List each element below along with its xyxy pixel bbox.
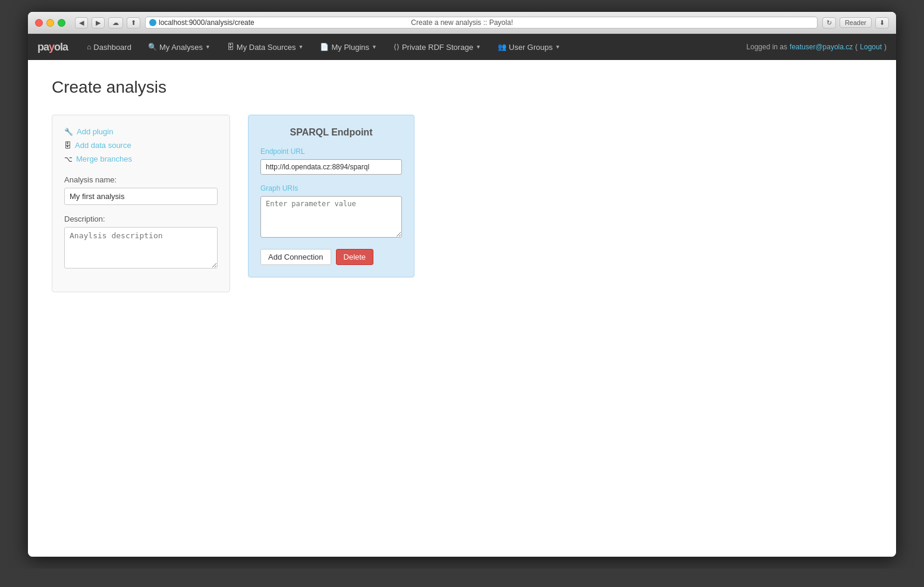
description-label: Description: <box>64 214 218 223</box>
navbar-items: ⌂ Dashboard 🔍 My Analyses ▼ 🗄 My Data So… <box>80 37 746 58</box>
refresh-button[interactable]: ↻ <box>822 17 836 29</box>
graph-uris-textarea[interactable] <box>260 196 402 238</box>
plugins-icon: 📄 <box>320 43 329 51</box>
description-group: Description: <box>64 214 218 270</box>
user-email-link[interactable]: featuser@payola.cz <box>790 43 853 51</box>
browser-nav: ◀ ▶ ☁ ⬆ <box>75 17 140 29</box>
endpoint-url-input[interactable] <box>260 159 402 175</box>
logout-link[interactable]: Logout <box>860 43 882 51</box>
user-paren-close: ) <box>884 43 887 51</box>
maximize-button[interactable] <box>58 19 65 27</box>
data-sources-icon: 🗄 <box>227 43 234 51</box>
description-textarea[interactable] <box>64 227 218 269</box>
add-data-source-link[interactable]: Add data source <box>75 141 131 150</box>
user-paren-open: ( <box>855 43 857 51</box>
nav-rdf-label: Private RDF Storage <box>402 43 473 52</box>
datasource-icon: 🗄 <box>64 141 71 150</box>
delete-button[interactable]: Delete <box>336 249 374 265</box>
browser-window: ◀ ▶ ☁ ⬆ Create a new analysis :: Payola!… <box>28 12 896 557</box>
user-groups-icon: 👥 <box>498 43 507 51</box>
user-groups-caret: ▼ <box>555 44 561 50</box>
search-icon: 🔍 <box>148 43 157 51</box>
add-plugin-link[interactable]: Add plugin <box>77 127 113 136</box>
home-icon: ⌂ <box>87 43 91 51</box>
analysis-name-group: Analysis name: <box>64 175 218 205</box>
endpoint-url-label: Endpoint URL <box>260 147 402 156</box>
list-item-add-plugin: 🔧 Add plugin <box>64 127 218 136</box>
list-item-add-data-source: 🗄 Add data source <box>64 141 218 150</box>
action-list: 🔧 Add plugin 🗄 Add data source ⌥ Merge b… <box>64 127 218 163</box>
list-item-merge-branches: ⌥ Merge branches <box>64 154 218 163</box>
nav-my-plugins[interactable]: 📄 My Plugins ▼ <box>313 37 384 58</box>
nav-data-sources-label: My Data Sources <box>237 43 296 52</box>
share-button[interactable]: ⬆ <box>127 17 140 29</box>
data-sources-caret: ▼ <box>298 44 304 50</box>
navbar-user: Logged in as featuser@payola.cz (Logout) <box>746 43 887 51</box>
nav-dashboard-label: Dashboard <box>93 43 131 52</box>
back-button[interactable]: ◀ <box>75 17 88 29</box>
left-panel: 🔧 Add plugin 🗄 Add data source ⌥ Merge b… <box>52 115 230 292</box>
merge-branches-link[interactable]: Merge branches <box>76 154 132 163</box>
analyses-caret: ▼ <box>205 44 210 50</box>
nav-user-groups-label: User Groups <box>509 43 553 52</box>
content-area: 🔧 Add plugin 🗄 Add data source ⌥ Merge b… <box>52 115 872 292</box>
page-title: Create analysis <box>52 78 872 97</box>
nav-plugins-label: My Plugins <box>331 43 369 52</box>
sparql-panel: SPARQL Endpoint Endpoint URL Graph URIs … <box>248 115 414 277</box>
analysis-name-input[interactable] <box>64 188 218 205</box>
forward-button[interactable]: ▶ <box>92 17 105 29</box>
browser-content: payola ⌂ Dashboard 🔍 My Analyses ▼ 🗄 My … <box>28 34 896 557</box>
sparql-title: SPARQL Endpoint <box>260 127 402 138</box>
downloads-button[interactable]: ⬇ <box>875 17 889 29</box>
nav-user-groups[interactable]: 👥 User Groups ▼ <box>491 37 568 58</box>
cloud-button[interactable]: ☁ <box>108 17 123 29</box>
logged-in-text: Logged in as <box>746 43 787 51</box>
traffic-lights <box>35 19 65 27</box>
browser-title: Create a new analysis :: Payola! <box>411 18 513 27</box>
page-content: Create analysis 🔧 Add plugin 🗄 Add data … <box>28 60 896 310</box>
merge-icon: ⌥ <box>64 155 73 163</box>
rdf-caret: ▼ <box>476 44 481 50</box>
rdf-icon: ⟨⟩ <box>394 43 400 51</box>
reader-button[interactable]: Reader <box>840 17 872 28</box>
graph-uris-label: Graph URIs <box>260 184 402 192</box>
add-connection-button[interactable]: Add Connection <box>260 249 331 265</box>
titlebar-right: ↻ Reader ⬇ <box>822 17 889 29</box>
nav-my-analyses[interactable]: 🔍 My Analyses ▼ <box>141 37 218 58</box>
nav-private-rdf[interactable]: ⟨⟩ Private RDF Storage ▼ <box>386 37 488 58</box>
analysis-name-label: Analysis name: <box>64 175 218 184</box>
nav-dashboard[interactable]: ⌂ Dashboard <box>80 37 139 58</box>
nav-my-analyses-label: My Analyses <box>159 43 203 52</box>
close-button[interactable] <box>35 19 43 27</box>
minimize-button[interactable] <box>46 19 54 27</box>
plugin-icon: 🔧 <box>64 128 73 136</box>
plugins-caret: ▼ <box>372 44 377 50</box>
browser-titlebar: ◀ ▶ ☁ ⬆ Create a new analysis :: Payola!… <box>28 12 896 34</box>
brand-logo[interactable]: payola <box>37 41 68 53</box>
navbar: payola ⌂ Dashboard 🔍 My Analyses ▼ 🗄 My … <box>28 34 896 60</box>
favicon <box>149 19 156 26</box>
sparql-actions: Add Connection Delete <box>260 249 402 265</box>
nav-my-data-sources[interactable]: 🗄 My Data Sources ▼ <box>220 37 311 58</box>
